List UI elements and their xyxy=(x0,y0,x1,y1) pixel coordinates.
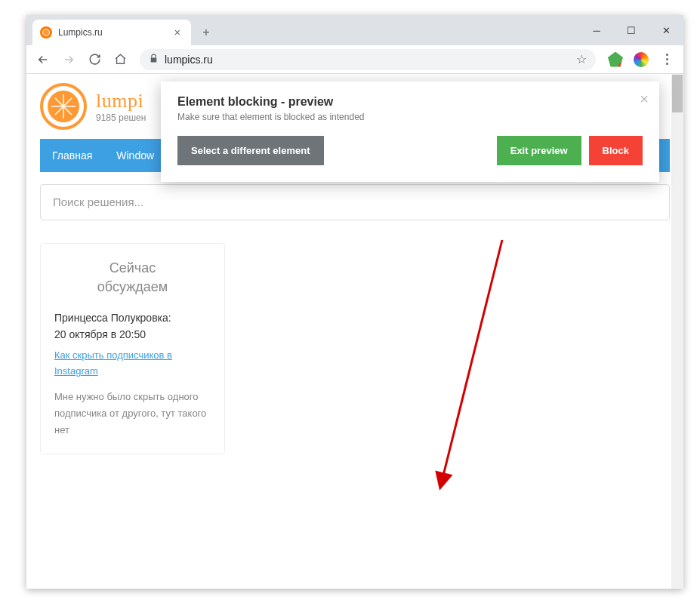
site-logo-icon[interactable] xyxy=(40,83,87,130)
back-button[interactable] xyxy=(32,49,54,70)
nav-home[interactable]: Главная xyxy=(40,139,104,172)
new-tab-button[interactable]: + xyxy=(196,22,217,43)
comment-body: Мне нужно было скрыть одного подписчика … xyxy=(54,389,211,438)
popup-subtitle: Make sure that element is blocked as int… xyxy=(177,112,643,122)
element-blocking-popup: × Element blocking - preview Make sure t… xyxy=(161,82,659,182)
comment-author: Принцесса Полукровка: xyxy=(54,312,211,324)
discussion-card: Сейчас обсуждаем Принцесса Полукровка: 2… xyxy=(40,243,225,454)
svg-line-5 xyxy=(55,106,63,115)
titlebar: Lumpics.ru × + ─ ☐ ✕ xyxy=(26,15,683,45)
select-different-button[interactable]: Select a different element xyxy=(177,136,324,165)
search-box[interactable] xyxy=(40,184,670,220)
scrollbar-thumb[interactable] xyxy=(672,75,683,112)
bookmark-star-icon[interactable]: ☆ xyxy=(576,52,587,66)
window-controls: ─ ☐ ✕ xyxy=(579,15,683,45)
forward-button[interactable] xyxy=(58,49,79,70)
address-bar[interactable]: lumpics.ru ☆ xyxy=(140,49,596,70)
page-viewport: lumpi 9185 решен Главная Window Поиск Go… xyxy=(26,74,683,589)
site-name: lumpi xyxy=(96,90,146,112)
card-title: Сейчас обсуждаем xyxy=(54,259,211,297)
popup-title: Element blocking - preview xyxy=(177,95,643,109)
browser-tab[interactable]: Lumpics.ru × xyxy=(32,20,191,45)
site-tagline: 9185 решен xyxy=(96,112,146,123)
popup-close-icon[interactable]: × xyxy=(640,91,649,108)
browser-window: Lumpics.ru × + ─ ☐ ✕ lumpics.ru ☆ xyxy=(26,15,683,589)
search-input[interactable] xyxy=(53,195,657,208)
reload-button[interactable] xyxy=(84,49,105,70)
lock-icon xyxy=(149,54,159,66)
extension-adguard-icon[interactable] xyxy=(608,52,623,67)
extension-color-icon[interactable] xyxy=(634,52,649,67)
tab-title: Lumpics.ru xyxy=(58,27,165,38)
exit-preview-button[interactable]: Exit preview xyxy=(497,136,581,165)
favicon-icon xyxy=(40,26,52,38)
browser-toolbar: lumpics.ru ☆ xyxy=(26,45,683,74)
nav-windows[interactable]: Window xyxy=(104,139,166,172)
minimize-button[interactable]: ─ xyxy=(579,15,614,45)
close-tab-icon[interactable]: × xyxy=(171,25,183,40)
block-button[interactable]: Block xyxy=(589,136,643,165)
popup-actions: Select a different element Exit preview … xyxy=(177,136,643,165)
comment-link[interactable]: Как скрыть подписчиков в Instagram xyxy=(54,348,211,380)
svg-line-1 xyxy=(63,98,72,106)
home-button[interactable] xyxy=(109,49,131,70)
comment-date: 20 октября в 20:50 xyxy=(54,328,211,340)
site-brand: lumpi 9185 решен xyxy=(96,90,146,123)
maximize-button[interactable]: ☐ xyxy=(614,15,649,45)
scrollbar[interactable] xyxy=(671,74,683,589)
close-window-button[interactable]: ✕ xyxy=(649,15,683,45)
svg-line-3 xyxy=(63,106,72,115)
browser-menu-button[interactable] xyxy=(656,54,677,65)
url-text: lumpics.ru xyxy=(165,54,570,66)
svg-line-7 xyxy=(55,98,63,106)
